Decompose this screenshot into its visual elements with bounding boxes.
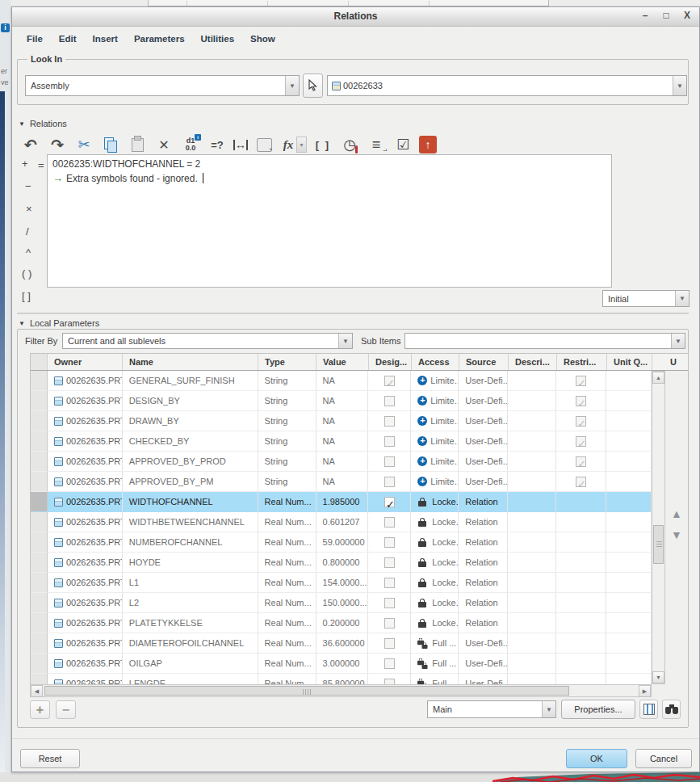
operator-+[interactable]: +	[22, 158, 28, 170]
menu-insert[interactable]: Insert	[85, 31, 126, 47]
operator-/[interactable]: /	[26, 225, 29, 238]
close-icon[interactable]: X	[681, 10, 693, 23]
relations-section-header[interactable]: ▼ Relations	[19, 119, 67, 128]
table-row[interactable]: 00262635.PRTDIAMETEROFOILCHANNELReal Num…	[31, 633, 652, 654]
insert-top-icon[interactable]: ↑	[419, 136, 437, 153]
search-button[interactable]	[662, 700, 681, 719]
add-parameter-button[interactable]: +	[30, 700, 50, 719]
properties-button[interactable]: Properties...	[561, 700, 635, 719]
collapse-triangle-icon[interactable]: ▼	[19, 320, 25, 327]
column-header-value[interactable]: Value	[316, 354, 369, 370]
column-header-owner[interactable]: Owner	[48, 354, 123, 370]
column-header-source[interactable]: Source	[459, 354, 509, 370]
menu-show[interactable]: Show	[242, 31, 283, 47]
look-in-type-combobox[interactable]: Assembly ▼	[25, 75, 300, 96]
parameter-group-combobox[interactable]: Main ▼	[427, 700, 556, 718]
horizontal-scrollbar[interactable]: ◀ ▶	[30, 684, 652, 697]
copy-icon[interactable]	[100, 134, 121, 155]
vertical-scrollbar[interactable]: ▲ ▼	[652, 371, 665, 684]
scroll-left-icon[interactable]: ◀	[31, 685, 43, 697]
operator-[interactable]: ( )	[22, 267, 31, 280]
chevron-down-icon[interactable]: ▼	[675, 291, 689, 306]
table-row[interactable]: 00262635.PRTGENERAL_SURF_FINISHStringNA+…	[31, 371, 652, 391]
evaluate-icon[interactable]: ◷	[339, 134, 360, 155]
column-header-restri[interactable]: Restri...	[557, 354, 607, 370]
filter-by-combobox[interactable]: Current and all sublevels ▼	[62, 333, 353, 349]
column-header-type[interactable]: Type	[258, 354, 316, 370]
vertical-scroll-thumb[interactable]	[653, 525, 664, 564]
initial-combobox[interactable]: Initial ▼	[602, 290, 690, 307]
table-row[interactable]: 00262635.PRTOILGAPReal Num...3.000000Ful…	[31, 654, 652, 674]
table-row[interactable]: 00262635.PRTDRAWN_BYStringNA+Limite...Us…	[31, 411, 652, 431]
move-down-icon[interactable]: ▼	[669, 528, 684, 542]
operator-[interactable]: [ ]	[22, 290, 31, 302]
menu-edit[interactable]: Edit	[51, 31, 85, 47]
column-header-u[interactable]: U	[652, 354, 688, 370]
menu-parameters[interactable]: Parameters	[126, 31, 193, 47]
horizontal-scroll-thumb[interactable]	[44, 686, 569, 696]
cut-icon[interactable]: ✂	[73, 134, 94, 155]
scroll-down-icon[interactable]: ▼	[652, 671, 664, 683]
menu-utilities[interactable]: Utilities	[193, 31, 243, 47]
remove-parameter-button[interactable]: −	[56, 700, 76, 719]
reset-button[interactable]: Reset	[20, 749, 80, 768]
maximize-icon[interactable]: □	[660, 10, 672, 23]
flip-dimensions-icon[interactable]: d10.0i	[180, 134, 201, 155]
operator-=[interactable]: =	[38, 159, 44, 171]
minimize-icon[interactable]: –	[639, 10, 651, 23]
table-row[interactable]: 00262635.PRTDESIGN_BYStringNA+Limite...U…	[31, 391, 652, 411]
ok-button[interactable]: OK	[566, 749, 627, 768]
cancel-button[interactable]: Cancel	[635, 749, 692, 768]
table-row[interactable]: 00262635.PRTHOYDEReal Num...0.800000Lock…	[31, 553, 652, 573]
move-up-icon[interactable]: ▲	[669, 507, 684, 521]
menu-file[interactable]: File	[19, 31, 51, 47]
function-dropdown-icon[interactable]: ▼	[296, 137, 307, 153]
table-row[interactable]: 00262635.PRTL2Real Num...150.0000...Lock…	[31, 593, 652, 613]
units-icon[interactable]: ↔	[233, 140, 248, 150]
report-icon[interactable]	[254, 134, 275, 155]
table-row[interactable]: 00262635.PRTWIDTHOFCHANNELReal Num...1.9…	[31, 492, 652, 512]
verify-icon[interactable]: =?	[207, 134, 228, 155]
sort-relations-icon[interactable]: ≡	[366, 134, 387, 155]
column-header-desig[interactable]: Desig...	[369, 354, 412, 370]
column-header-descri[interactable]: Descri...	[509, 354, 557, 370]
chevron-down-icon[interactable]: ▼	[542, 701, 555, 717]
collapse-triangle-icon[interactable]: ▼	[19, 120, 25, 128]
checkbox[interactable]	[384, 497, 395, 507]
table-row[interactable]: 00262635.PRTWIDTHBETWEENCHANNELReal Num.…	[31, 512, 652, 532]
relations-editor[interactable]: 0026235:WIDTHOFCHANNEL = 2 → Extra symbo…	[47, 154, 612, 288]
column-settings-button[interactable]	[639, 700, 658, 719]
chevron-down-icon[interactable]: ▼	[673, 76, 686, 95]
operator-×[interactable]: ×	[26, 203, 32, 215]
select-model-button[interactable]	[303, 74, 323, 98]
function-icon[interactable]: fx	[280, 134, 296, 155]
title-bar[interactable]: Relations –□X	[12, 7, 699, 27]
table-row[interactable]: 00262635.PRTCHECKED_BYStringNA+Limite...…	[31, 431, 652, 452]
column-header-unitq[interactable]: Unit Q...	[607, 354, 652, 370]
delete-icon[interactable]: ✕	[153, 134, 174, 155]
sub-items-combobox[interactable]: ▼	[404, 333, 685, 349]
table-row[interactable]: 00262635.PRTAPPROVED_BY_PRODStringNA+Lim…	[31, 452, 652, 472]
chevron-down-icon[interactable]: ▼	[338, 334, 352, 348]
table-row[interactable]: 00262635.PRTNUMBEROFCHANNELReal Num...59…	[31, 532, 652, 553]
paste-icon[interactable]	[127, 134, 148, 155]
table-row[interactable]: 00262635.PRTLENGDEReal Num...85.800000Fu…	[31, 674, 652, 684]
undo-icon[interactable]: ↶	[20, 134, 41, 155]
column-header-access[interactable]: Access	[412, 354, 459, 370]
table-row[interactable]: 00262635.PRTPLATETYKKELSEReal Num...0.20…	[31, 613, 652, 633]
section-splitter[interactable]	[17, 313, 689, 314]
local-parameters-section-header[interactable]: ▼ Local Parameters	[19, 318, 99, 328]
table-row[interactable]: 00262635.PRTL1Real Num...154.0000...Lock…	[31, 573, 652, 593]
brackets-icon[interactable]: [ ]	[312, 134, 333, 155]
table-row[interactable]: 00262635.PRTAPPROVED_BY_PMStringNA+Limit…	[31, 472, 652, 492]
redo-icon[interactable]: ↷	[47, 134, 68, 155]
scroll-right-icon[interactable]: ▶	[639, 685, 651, 697]
look-in-target-combobox[interactable]: 00262633 ▼	[327, 75, 687, 96]
chevron-down-icon[interactable]: ▼	[285, 76, 299, 95]
chevron-down-icon[interactable]: ▼	[671, 334, 685, 348]
operator-^[interactable]: ^	[26, 246, 31, 259]
scroll-up-icon[interactable]: ▲	[652, 372, 664, 384]
operator-−[interactable]: −	[25, 180, 31, 192]
check-syntax-icon[interactable]: ☑	[392, 134, 413, 155]
column-header-name[interactable]: Name	[123, 354, 258, 370]
